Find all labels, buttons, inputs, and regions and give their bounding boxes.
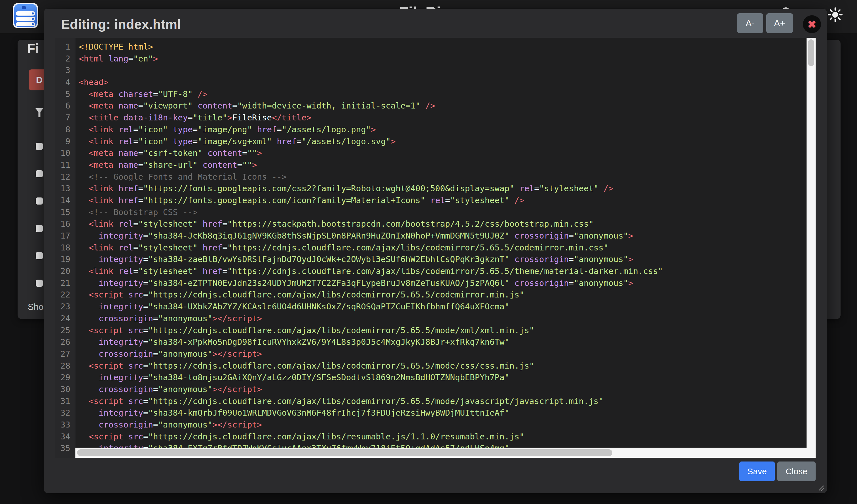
code-line: 2<html lang="en"> (55, 53, 816, 65)
line-number: 12 (55, 171, 75, 183)
code-line: 11 <meta name="share-url" content=""> (55, 159, 816, 171)
code-line: 22 <script src="https://cdnjs.cloudflare… (55, 289, 816, 301)
file-row-checkbox[interactable] (36, 280, 43, 287)
logo-dot (22, 6, 26, 10)
line-number: 16 (55, 218, 75, 230)
line-number: 9 (55, 136, 75, 147)
line-number: 7 (55, 112, 75, 124)
filter-funnel-icon[interactable] (35, 108, 44, 117)
close-button[interactable]: Close (777, 462, 816, 481)
code-line: 33 crossorigin="anonymous"></script> (55, 419, 816, 431)
line-number: 24 (55, 313, 75, 325)
code-line: 18 <link rel="stylesheet" href="https://… (55, 242, 816, 254)
line-number: 8 (55, 124, 75, 136)
line-number: 25 (55, 325, 75, 336)
code-line: 7 <title data-i18n-key="title">FileRise<… (55, 112, 816, 124)
line-number: 14 (55, 195, 75, 207)
code-line: 27 crossorigin="anonymous"></script> (55, 348, 816, 360)
code-line: 31 <script src="https://cdnjs.cloudflare… (55, 396, 816, 407)
scrollbar-corner (807, 448, 816, 458)
code-line: 13 <link href="https://fonts.googleapis.… (55, 183, 816, 195)
code-line: 14 <link href="https://fonts.googleapis.… (55, 195, 816, 207)
code-editor[interactable]: 1<!DOCTYPE html>2<html lang="en">34<head… (55, 38, 816, 458)
horizontal-scrollbar-thumb[interactable] (77, 449, 612, 456)
vertical-scrollbar[interactable] (807, 38, 816, 458)
line-number: 27 (55, 348, 75, 360)
filerise-logo-icon[interactable] (13, 3, 38, 28)
line-number: 29 (55, 372, 75, 384)
code-line: 29 integrity="sha384-to8njsu2GAiXQnY/aLG… (55, 372, 816, 384)
code-line: 19 integrity="sha384-zaeBlB/vwYsDRSlFajn… (55, 254, 816, 265)
line-number: 22 (55, 289, 75, 301)
file-row-checkbox[interactable] (36, 170, 43, 177)
code-line: 15 <!-- Bootstrap CSS --> (55, 207, 816, 219)
line-number: 33 (55, 419, 75, 431)
line-number: 32 (55, 407, 75, 419)
line-number: 23 (55, 301, 75, 313)
code-lines: 1<!DOCTYPE html>2<html lang="en">34<head… (55, 41, 816, 454)
save-button[interactable]: Save (739, 462, 775, 481)
code-line: 10 <meta name="csrf-token" content=""> (55, 147, 816, 159)
modal-title: Editing: index.html (61, 16, 181, 32)
line-number: 3 (55, 65, 75, 76)
show-entries-label: Sho (28, 302, 44, 312)
close-icon[interactable]: ✖ (803, 15, 821, 33)
code-line: 23 integrity="sha384-UXbkZAbZYZ/KCAslc6U… (55, 301, 816, 313)
decrease-font-button[interactable]: A- (737, 13, 763, 33)
line-number: 4 (55, 76, 75, 88)
light-mode-toggle-sun-icon[interactable] (828, 7, 842, 22)
code-line: 21 integrity="sha384-eZTPTN0EvJdn23s24UD… (55, 277, 816, 289)
line-number: 5 (55, 88, 75, 100)
line-number: 11 (55, 159, 75, 171)
line-number: 18 (55, 242, 75, 254)
line-number: 26 (55, 336, 75, 348)
code-line: 24 crossorigin="anonymous"></script> (55, 313, 816, 325)
line-number: 13 (55, 183, 75, 195)
line-number: 20 (55, 265, 75, 277)
code-line: 34 <script src="https://cdnjs.cloudflare… (55, 431, 816, 443)
line-number: 31 (55, 396, 75, 407)
code-line: 25 <script src="https://cdnjs.cloudflare… (55, 325, 816, 336)
code-line: 4<head> (55, 76, 816, 88)
filerise-app: FileRise Fi D Sho Editing: index.html A-… (0, 0, 857, 504)
line-number: 28 (55, 360, 75, 372)
code-line: 26 integrity="sha384-xPpkMo5nDgD98fIcuRV… (55, 336, 816, 348)
code-line: 12 <!-- Google Fonts and Material Icons … (55, 171, 816, 183)
horizontal-scrollbar[interactable] (75, 448, 807, 458)
line-number: 35 (55, 442, 75, 454)
line-number: 2 (55, 53, 75, 65)
resize-handle[interactable] (816, 483, 824, 491)
line-number: 15 (55, 207, 75, 219)
file-row-checkbox[interactable] (36, 252, 43, 259)
code-line: 16 <link rel="stylesheet" href="https://… (55, 218, 816, 230)
line-number: 34 (55, 431, 75, 443)
edit-file-modal: Editing: index.html A- A+ ✖ 1<!DOCTYPE h… (44, 9, 827, 493)
increase-font-button[interactable]: A+ (766, 13, 793, 33)
code-line: 5 <meta charset="UTF-8" /> (55, 88, 816, 100)
line-number: 19 (55, 254, 75, 265)
file-row-checkbox[interactable] (36, 225, 43, 232)
code-line: 8 <link rel="icon" type="image/png" href… (55, 124, 816, 136)
line-number: 6 (55, 100, 75, 112)
line-number: 21 (55, 277, 75, 289)
file-list-heading: Fi (27, 41, 39, 56)
vertical-scrollbar-thumb[interactable] (808, 39, 814, 66)
line-number: 17 (55, 230, 75, 242)
code-line: 32 integrity="sha384-kmQrbJf09Uo1WRLMDVG… (55, 407, 816, 419)
line-number: 10 (55, 147, 75, 159)
file-row-checkbox[interactable] (36, 143, 43, 150)
code-line: 9 <link rel="icon" type="image/svg+xml" … (55, 136, 816, 147)
line-number: 30 (55, 384, 75, 396)
line-number: 1 (55, 41, 75, 53)
code-line: 20 <link rel="stylesheet" href="https://… (55, 265, 816, 277)
file-row-checkbox[interactable] (36, 197, 43, 205)
code-line: 1<!DOCTYPE html> (55, 41, 816, 53)
code-line: 3 (55, 65, 816, 76)
code-line: 28 <script src="https://cdnjs.cloudflare… (55, 360, 816, 372)
code-line: 17 integrity="sha384-JcKb8q3iqJ61gNV9KGb… (55, 230, 816, 242)
code-line: 30 crossorigin="anonymous"></script> (55, 384, 816, 396)
code-line: 6 <meta name="viewport" content="width=d… (55, 100, 816, 112)
